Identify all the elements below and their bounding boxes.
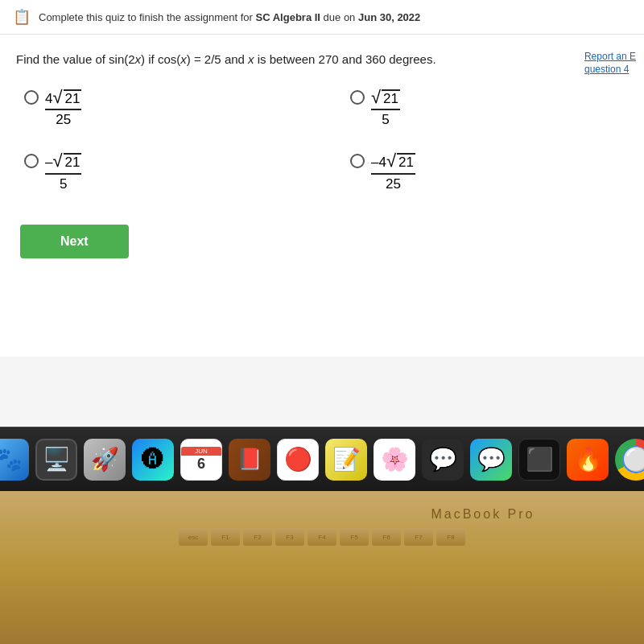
key-f6[interactable]: F6 <box>372 528 401 546</box>
radio-d[interactable] <box>350 154 365 168</box>
dock-calendar[interactable]: JUN 6 <box>180 439 222 481</box>
keyboard-row-1: esc F1 F2 F3 F4 F5 F6 F7 F8 <box>179 528 465 546</box>
dock-photos[interactable]: 🌸 <box>374 439 415 481</box>
key-f1[interactable]: F1 <box>211 528 240 546</box>
radio-a[interactable] <box>24 90 39 105</box>
course-name: SC Algebra II <box>256 11 320 23</box>
dock-notepad[interactable]: 📝 <box>325 439 367 481</box>
dock-book[interactable]: 📕 <box>229 439 270 481</box>
dock-launchpad[interactable]: 🚀 <box>84 439 126 481</box>
dock-screen-icon[interactable]: 🖥️ <box>35 439 77 481</box>
quiz-content: Report an E question 4 Find the value of… <box>0 35 644 357</box>
due-date: Jun 30, 2022 <box>358 11 420 23</box>
key-f2[interactable]: F2 <box>243 528 272 546</box>
radio-c[interactable] <box>24 154 39 168</box>
key-f3[interactable]: F3 <box>275 528 304 546</box>
dock-appstore[interactable]: 🅐 <box>132 439 174 481</box>
key-f5[interactable]: F5 <box>340 528 369 546</box>
option-d[interactable]: –4√21 25 <box>350 152 628 192</box>
banner-text: Complete this quiz to finish the assignm… <box>39 11 420 23</box>
dock-reminders[interactable]: 🔴 <box>277 439 319 481</box>
key-f7[interactable]: F7 <box>404 528 433 546</box>
option-a[interactable]: 4√21 25 <box>24 89 302 129</box>
dock-dark-icon[interactable]: ⬛ <box>518 439 560 481</box>
radio-b[interactable] <box>350 90 365 105</box>
dock-finder[interactable]: 🐾 <box>0 439 29 481</box>
macos-dock: 🐾 🖥️ 🚀 🅐 JUN 6 📕 🔴 📝 🌸 💬 💬 ⬛ 🔥 ⚪ <box>0 427 644 491</box>
option-c[interactable]: –√21 5 <box>24 152 302 192</box>
report-link[interactable]: Report an E question 4 <box>584 51 636 76</box>
macbook-label: MacBook Pro <box>0 507 644 522</box>
laptop-screen: 📋 Complete this quiz to finish the assig… <box>0 0 644 427</box>
option-d-math: –4√21 25 <box>371 152 415 192</box>
assignment-banner: 📋 Complete this quiz to finish the assig… <box>0 0 644 35</box>
keyboard-bezel: MacBook Pro esc F1 F2 F3 F4 F5 F6 F7 F8 <box>0 491 644 644</box>
answer-options: 4√21 25 √21 5 <box>16 89 628 193</box>
next-button[interactable]: Next <box>20 225 129 258</box>
option-c-math: –√21 5 <box>45 152 81 192</box>
question-text: Find the value of sin(2x) if cos(x) = 2/… <box>16 51 564 69</box>
dock-firefox[interactable]: 🔥 <box>567 439 609 481</box>
key-f4[interactable]: F4 <box>308 528 336 546</box>
option-a-math: 4√21 25 <box>45 89 81 129</box>
option-b-math: √21 5 <box>371 89 400 129</box>
dock-facetime[interactable]: 💬 <box>422 439 464 481</box>
dock-chrome[interactable]: ⚪ <box>615 439 644 481</box>
dock-messages[interactable]: 💬 <box>470 439 512 481</box>
banner-icon: 📋 <box>13 8 31 26</box>
option-b[interactable]: √21 5 <box>350 89 628 129</box>
key-esc[interactable]: esc <box>179 528 208 546</box>
key-f8[interactable]: F8 <box>436 528 465 546</box>
